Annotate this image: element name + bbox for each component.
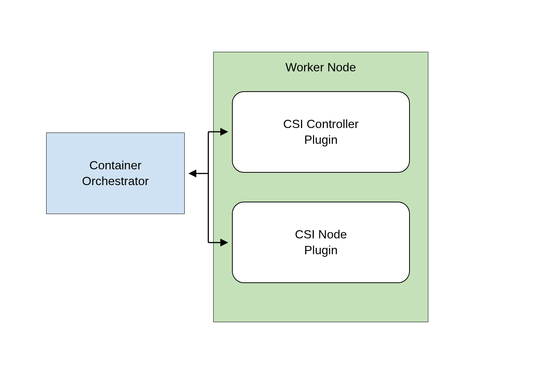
node-plugin-label: CSI Node Plugin [295, 227, 347, 258]
controller-plugin-line1: CSI Controller [283, 116, 359, 132]
controller-plugin-label: CSI Controller Plugin [283, 116, 359, 148]
container-orchestrator-box: Container Orchestrator [46, 133, 185, 214]
worker-node-title: Worker Node [286, 60, 356, 74]
node-plugin-line1: CSI Node [295, 227, 347, 243]
orchestrator-line2: Orchestrator [82, 173, 149, 189]
node-plugin-line2: Plugin [295, 243, 347, 258]
orchestrator-label: Container Orchestrator [82, 158, 149, 189]
csi-node-plugin-box: CSI Node Plugin [232, 202, 410, 283]
orchestrator-line1: Container [82, 158, 149, 173]
controller-plugin-line2: Plugin [283, 132, 359, 148]
diagram-container: Worker Node Container Orchestrator CSI C… [0, 0, 542, 392]
csi-controller-plugin-box: CSI Controller Plugin [232, 91, 410, 173]
